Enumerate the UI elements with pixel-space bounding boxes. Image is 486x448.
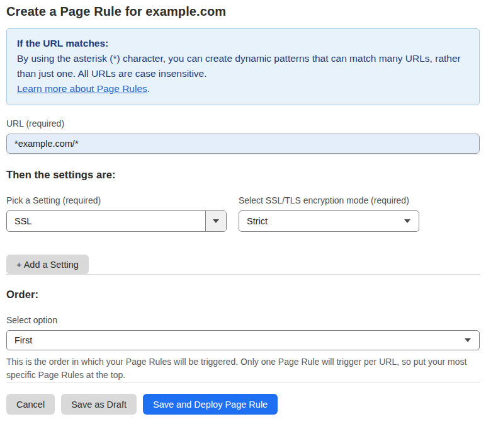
ssl-mode-value: Strict (239, 216, 268, 226)
pick-setting-select[interactable]: SSL (6, 210, 227, 232)
ssl-mode-select[interactable]: Strict (239, 210, 419, 232)
info-box-link-line: Learn more about Page Rules. (17, 81, 469, 96)
order-select-value: First (7, 335, 32, 345)
url-label: URL (required) (6, 118, 480, 129)
chevron-down-icon (404, 219, 410, 223)
settings-row: Pick a Setting (required) SSL Select SSL… (6, 195, 480, 232)
footer-actions: Cancel Save as Draft Save and Deploy Pag… (6, 394, 480, 415)
link-period: . (147, 83, 150, 94)
order-help-text: This is the order in which your Page Rul… (6, 355, 480, 382)
order-select[interactable]: First (6, 330, 480, 350)
chevron-down-icon (465, 338, 471, 342)
learn-more-link[interactable]: Learn more about Page Rules (17, 83, 147, 94)
pick-setting-value: SSL (7, 216, 31, 226)
add-setting-button[interactable]: + Add a Setting (6, 255, 89, 274)
divider (6, 154, 480, 154)
divider (6, 274, 480, 275)
save-draft-button[interactable]: Save as Draft (61, 394, 137, 415)
pick-setting-field: Pick a Setting (required) SSL (6, 195, 227, 232)
info-box-body: By using the asterisk (*) character, you… (17, 51, 469, 81)
cancel-button[interactable]: Cancel (6, 394, 55, 415)
order-section-heading: Order: (6, 289, 480, 301)
info-box-heading: If the URL matches: (17, 36, 469, 51)
settings-section-heading: Then the settings are: (6, 169, 480, 181)
create-page-rule-form: Create a Page Rule for example.com If th… (0, 4, 486, 415)
divider (6, 382, 480, 382)
chevron-down-icon (205, 211, 226, 231)
url-match-info-box: If the URL matches: By using the asteris… (6, 28, 480, 105)
order-select-label: Select option (6, 315, 480, 325)
page-title: Create a Page Rule for example.com (6, 4, 480, 19)
pick-setting-label: Pick a Setting (required) (6, 195, 227, 205)
ssl-mode-label: Select SSL/TLS encryption mode (required… (239, 195, 419, 205)
ssl-mode-field: Select SSL/TLS encryption mode (required… (239, 195, 419, 232)
url-input[interactable] (6, 134, 480, 154)
save-deploy-button[interactable]: Save and Deploy Page Rule (143, 394, 278, 415)
